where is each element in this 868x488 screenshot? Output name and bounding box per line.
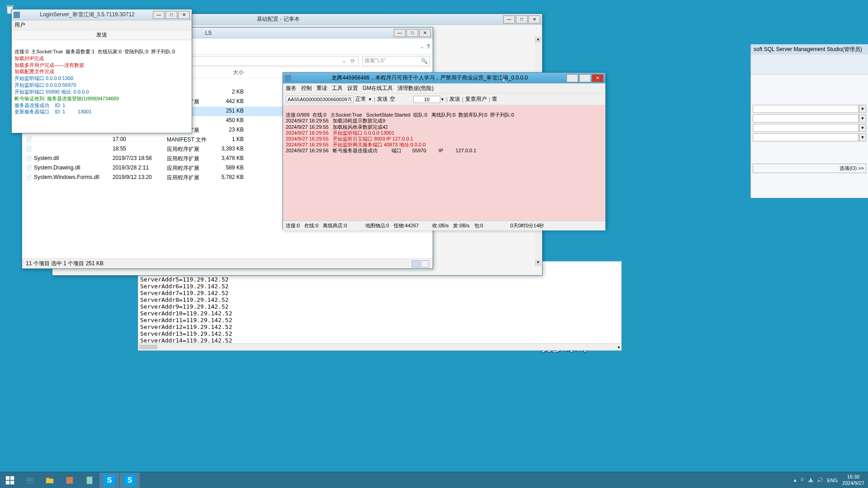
maximize-button[interactable]: □ — [516, 15, 528, 23]
ssms-window: soft SQL Server Management Studio(管理员) ▼… — [750, 44, 868, 198]
status-text: 11 个项目 选中 1 个项目 251 KB — [26, 260, 104, 267]
count-input[interactable] — [413, 96, 440, 103]
minimize-button[interactable]: — — [503, 15, 515, 23]
tray-clock[interactable]: 16:30 2024/9/27 — [842, 474, 864, 486]
send-button-2[interactable]: 发送 — [449, 95, 460, 103]
loginserver-send-row[interactable]: 发送 — [12, 30, 192, 40]
tray-volume-icon[interactable]: 🔊 — [817, 477, 823, 483]
gameserver-statusbar: 连接:0在线:0离线商店:0 地图物品:0怪物:44267 收:0B/s发:0B… — [283, 221, 605, 230]
svg-rect-2 — [6, 480, 9, 484]
menu-item[interactable]: 清理数据(危险) — [397, 85, 434, 91]
ssms-title: soft SQL Server Management Studio(管理员) — [751, 44, 868, 55]
tray-flag-icon[interactable]: ⚐ — [800, 477, 805, 483]
menu-user[interactable]: 用户 — [14, 22, 25, 28]
svg-rect-7 — [87, 476, 93, 484]
gameserver-titlebar[interactable]: 龙腾446968486，本程序只可用于个人学习，严禁用于商业运营_寒雪江湖_0.… — [283, 73, 605, 84]
notepad-hscroll[interactable]: ▸ — [138, 343, 622, 351]
loginserver-titlebar[interactable]: LoginServer_寒雪江湖_3.5.7119.30712 — □ ✕ — [12, 9, 192, 20]
col-size[interactable]: 大小 — [217, 69, 248, 76]
taskbar-app-1[interactable] — [60, 473, 80, 488]
search-icon: 🔍 — [421, 58, 428, 64]
app-icon — [14, 12, 20, 18]
svg-rect-0 — [6, 476, 9, 479]
menu-item[interactable]: GM在线工具 — [363, 85, 393, 91]
state-label: 正常 — [355, 95, 366, 103]
recheck-user-button[interactable]: 复查用户 — [465, 95, 487, 103]
taskbar-server-manager[interactable] — [20, 473, 40, 488]
maximize-button[interactable]: □ — [579, 74, 591, 82]
taskbar-s-app-2[interactable]: S — [120, 473, 140, 488]
menu-item[interactable]: 设置 — [347, 85, 358, 91]
menu-item[interactable]: 服务 — [286, 85, 297, 91]
minimize-button[interactable]: — — [394, 29, 406, 37]
search-input[interactable]: 搜索"LS" 🔍 — [362, 56, 430, 66]
cursor-icon: ↖ — [502, 77, 508, 85]
help-icon[interactable]: ? — [427, 43, 430, 50]
tray-date: 2024/9/27 — [842, 480, 864, 486]
svg-rect-1 — [10, 476, 14, 479]
search-placeholder: 搜索"LS" — [364, 57, 386, 65]
gameserver-title: 龙腾446968486，本程序只可用于个人学习，严禁用于商业运营_寒雪江湖_0.… — [294, 74, 566, 82]
gameserver-window: 龙腾446968486，本程序只可用于个人学习，严禁用于商业运营_寒雪江湖_0.… — [283, 72, 606, 230]
hex-input[interactable] — [286, 96, 354, 103]
app-icon — [285, 75, 291, 81]
breadcrumb-dropdown-icon[interactable]: ⌄ — [342, 58, 346, 64]
tray-network-icon[interactable]: 🖧 — [808, 478, 813, 483]
ssms-options-button[interactable]: 选项(O) >> — [753, 164, 866, 173]
svg-rect-3 — [10, 480, 14, 484]
taskbar-s-app-1[interactable]: S — [99, 473, 119, 488]
send-button-1[interactable]: 发送 — [377, 95, 388, 103]
start-button[interactable] — [0, 473, 20, 488]
ssms-combo-4[interactable]: ▼ — [753, 133, 866, 141]
tray-time: 16:30 — [842, 474, 864, 480]
refresh-icon[interactable]: ⟳ — [350, 58, 355, 64]
svg-rect-5 — [26, 482, 34, 483]
tray-ime[interactable]: ENG — [827, 478, 838, 483]
minimize-button[interactable]: — — [566, 74, 578, 82]
view-details-button[interactable] — [412, 260, 420, 267]
gameserver-menubar[interactable]: 服务控制重读工具设置GM在线工具清理数据(危险) — [283, 84, 605, 94]
gameserver-log: 连接:0/999 在线:0 主Socket:True SocketState:S… — [283, 105, 605, 221]
query-button[interactable]: 查 — [492, 95, 497, 103]
close-button[interactable]: ✕ — [419, 29, 431, 37]
ssms-combo-1[interactable]: ▼ — [753, 105, 866, 113]
minimize-button[interactable]: — — [153, 11, 165, 19]
maximize-button[interactable]: □ — [406, 29, 418, 37]
loginserver-menubar[interactable]: 用户 — [12, 20, 192, 30]
ssms-combo-2[interactable]: ▼ — [753, 114, 866, 122]
tray-chevron-icon[interactable]: ▴ — [794, 477, 797, 483]
svg-rect-6 — [66, 477, 73, 483]
view-icons-button[interactable] — [421, 260, 429, 267]
taskbar[interactable]: S S ▴ ⚐ 🖧 🔊 ENG 16:30 2024/9/27 — [0, 472, 868, 488]
svg-rect-4 — [26, 477, 34, 481]
gameserver-toolbar: 正常 ▼ | 发送 空 ▼ | 发送 | 复查用户 | 查 — [283, 94, 605, 105]
maximize-button[interactable]: □ — [165, 11, 177, 19]
menu-item[interactable]: 重读 — [316, 85, 327, 91]
explorer-statusbar: 11 个项目 选中 1 个项目 251 KB — [22, 258, 433, 268]
taskbar-notepad[interactable] — [80, 473, 99, 488]
close-button[interactable]: ✕ — [592, 74, 604, 82]
loginserver-window: LoginServer_寒雪江湖_3.5.7119.30712 — □ ✕ 用户… — [11, 9, 192, 133]
menu-item[interactable]: 工具 — [332, 85, 343, 91]
close-button[interactable]: ✕ — [528, 15, 540, 23]
taskbar-explorer[interactable] — [40, 473, 60, 488]
ribbon-chevron-icon[interactable]: ⌄ — [420, 43, 424, 50]
loginserver-title: LoginServer_寒雪江湖_3.5.7119.30712 — [23, 11, 152, 19]
empty-label: 空 — [390, 95, 395, 103]
loginserver-log: 连接:0 主Socket:True 服务器数量:1 在线玩家:0 登陆列队:0 … — [12, 40, 192, 125]
system-tray[interactable]: ▴ ⚐ 🖧 🔊 ENG 16:30 2024/9/27 — [792, 474, 868, 486]
close-button[interactable]: ✕ — [178, 11, 190, 19]
menu-item[interactable]: 控制 — [301, 85, 312, 91]
ssms-combo-3[interactable]: ▼ — [753, 124, 866, 132]
